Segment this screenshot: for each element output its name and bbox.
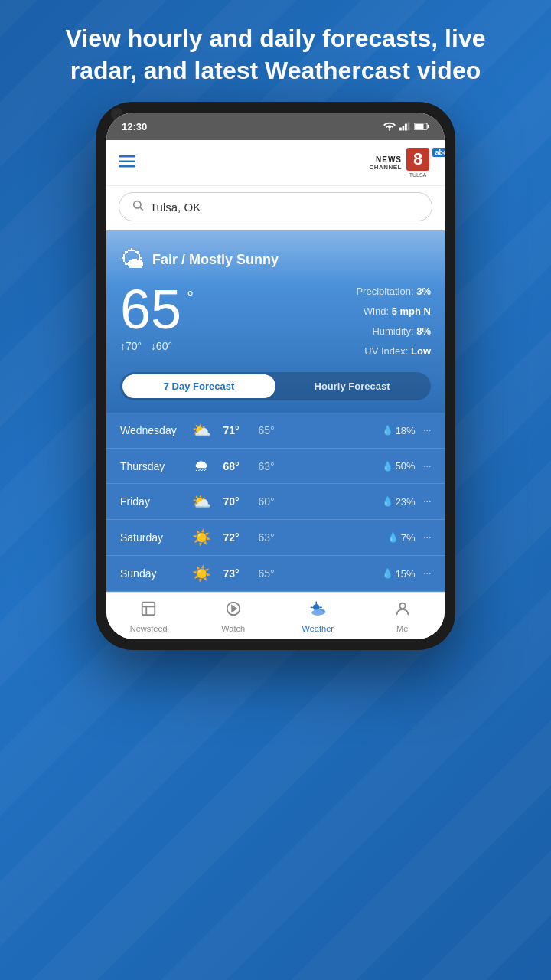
menu-button[interactable] xyxy=(119,154,135,172)
watch-icon xyxy=(225,600,242,622)
svg-rect-6 xyxy=(428,125,429,128)
search-input[interactable]: Tulsa, OK xyxy=(150,201,201,214)
wind-label: Wind: xyxy=(364,305,389,317)
weather-details-row: 65 ° ↑70° ↓60° Precipitation: 3% xyxy=(120,282,431,361)
day-low-temp: 65° xyxy=(249,424,284,436)
day-weather-icon: 🌧 xyxy=(189,457,214,475)
day-high-temp: 72° xyxy=(214,531,249,544)
day-precip: 💧 23% xyxy=(284,496,416,508)
day-weather-icon: ☀️ xyxy=(189,564,214,583)
svg-point-24 xyxy=(399,603,405,609)
svg-rect-7 xyxy=(119,155,135,158)
nav-watch[interactable]: Watch xyxy=(191,593,276,639)
forecast-day-row[interactable]: Sunday ☀️ 73° 65° 💧 15% ··· xyxy=(106,556,445,592)
raindrop-icon: 💧 xyxy=(382,425,393,436)
hi-temp-value: 70° xyxy=(126,340,142,352)
svg-rect-1 xyxy=(403,126,405,130)
me-label: Me xyxy=(396,624,408,633)
logo-tulsa: TULSA xyxy=(403,172,432,178)
day-high-temp: 73° xyxy=(214,567,249,580)
raindrop-icon: 💧 xyxy=(382,461,393,472)
uv-label: UV Index: xyxy=(364,345,408,357)
weather-stats: Precipitation: 3% Wind: 5 mph N Humidity… xyxy=(356,282,431,361)
forecast-day-row[interactable]: Friday ⛅ 70° 60° 💧 23% ··· xyxy=(106,484,445,520)
raindrop-icon: 💧 xyxy=(382,568,393,579)
search-input-wrapper[interactable]: Tulsa, OK xyxy=(119,192,432,221)
day-low-temp: 60° xyxy=(249,495,284,508)
lo-temp: ↓ xyxy=(151,340,156,352)
day-weather-icon: ⛅ xyxy=(189,421,214,439)
weather-label: Weather xyxy=(302,624,334,633)
status-bar: 12:30 xyxy=(106,113,445,140)
day-low-temp: 63° xyxy=(249,460,284,472)
lo-temp-value: 60° xyxy=(156,340,172,352)
svg-point-10 xyxy=(134,201,141,208)
more-options-icon[interactable]: ··· xyxy=(423,423,431,437)
tab-7day[interactable]: 7 Day Forecast xyxy=(122,374,276,398)
phone-mockup: 12:30 xyxy=(96,102,455,650)
phone-screen: 12:30 xyxy=(106,113,445,639)
day-name: Wednesday xyxy=(120,424,189,436)
status-time: 12:30 xyxy=(122,121,147,132)
day-precip: 💧 50% xyxy=(284,460,416,472)
tab-hourly[interactable]: Hourly Forecast xyxy=(276,374,429,398)
signal-icon xyxy=(399,122,410,131)
more-options-icon[interactable]: ··· xyxy=(423,567,431,580)
logo-channel-text: CHANNEL xyxy=(369,164,402,171)
nav-newsfeed[interactable]: Newsfeed xyxy=(106,593,191,639)
forecast-day-row[interactable]: Saturday ☀️ 72° 63° 💧 7% ··· xyxy=(106,520,445,556)
hi-lo-temps: ↑70° ↓60° xyxy=(120,340,181,352)
weather-condition-icon: 🌤 xyxy=(120,246,145,274)
precipitation-label: Precipitation: xyxy=(356,286,413,297)
raindrop-icon: 💧 xyxy=(382,496,393,507)
headline: View hourly and daily forecasts, live ra… xyxy=(0,0,551,102)
day-weather-icon: ☀️ xyxy=(189,528,214,547)
hi-temp: ↑ xyxy=(120,340,126,352)
precipitation-row: Precipitation: 3% xyxy=(356,282,431,302)
svg-rect-8 xyxy=(119,161,135,163)
day-name: Saturday xyxy=(120,531,189,544)
svg-rect-0 xyxy=(399,128,402,131)
day-name: Sunday xyxy=(120,567,189,580)
nav-me[interactable]: Me xyxy=(360,593,445,639)
day-name: Thursday xyxy=(120,460,189,472)
humidity-row: Humidity: 8% xyxy=(356,322,431,341)
more-options-icon[interactable]: ··· xyxy=(423,531,431,544)
watch-label: Watch xyxy=(221,624,245,633)
logo-news-text: NEWS xyxy=(376,155,402,164)
uv-row: UV Index: Low xyxy=(356,341,431,361)
svg-marker-16 xyxy=(232,606,236,612)
svg-rect-2 xyxy=(405,124,407,131)
humidity-value: 8% xyxy=(416,325,431,337)
logo-abc: abc xyxy=(432,148,445,157)
wind-row: Wind: 5 mph N xyxy=(356,302,431,322)
more-options-icon[interactable]: ··· xyxy=(423,459,431,473)
weather-main: 🌤 Fair / Mostly Sunny 65 ° ↑70° ↓60° xyxy=(106,230,445,413)
forecast-tabs: 7 Day Forecast Hourly Forecast xyxy=(120,372,431,400)
svg-rect-9 xyxy=(119,165,135,168)
day-high-temp: 70° xyxy=(214,495,249,508)
svg-line-11 xyxy=(140,207,143,211)
wifi-icon xyxy=(383,122,396,131)
svg-point-17 xyxy=(313,604,320,611)
forecast-day-row[interactable]: Wednesday ⛅ 71° 65° 💧 18% ··· xyxy=(106,413,445,449)
logo-8: 8 xyxy=(406,148,429,171)
battery-icon xyxy=(414,122,429,131)
more-options-icon[interactable]: ··· xyxy=(423,495,431,508)
day-precip: 💧 7% xyxy=(284,532,416,544)
humidity-label: Humidity: xyxy=(372,325,413,337)
wind-value: 5 mph N xyxy=(392,305,431,317)
newsfeed-label: Newsfeed xyxy=(130,624,168,633)
forecast-day-row[interactable]: Thursday 🌧 68° 63° 💧 50% ··· xyxy=(106,449,445,484)
day-high-temp: 68° xyxy=(214,460,249,472)
degree-symbol: ° xyxy=(187,288,194,308)
nav-weather[interactable]: Weather xyxy=(276,593,360,639)
svg-rect-3 xyxy=(408,122,410,131)
day-precip: 💧 15% xyxy=(284,568,416,580)
temperature-section: 65 ° ↑70° ↓60° xyxy=(120,282,181,352)
day-name: Friday xyxy=(120,495,189,508)
day-high-temp: 71° xyxy=(214,424,249,436)
svg-point-23 xyxy=(312,609,324,616)
raindrop-icon: 💧 xyxy=(387,532,399,543)
svg-rect-5 xyxy=(415,124,423,129)
